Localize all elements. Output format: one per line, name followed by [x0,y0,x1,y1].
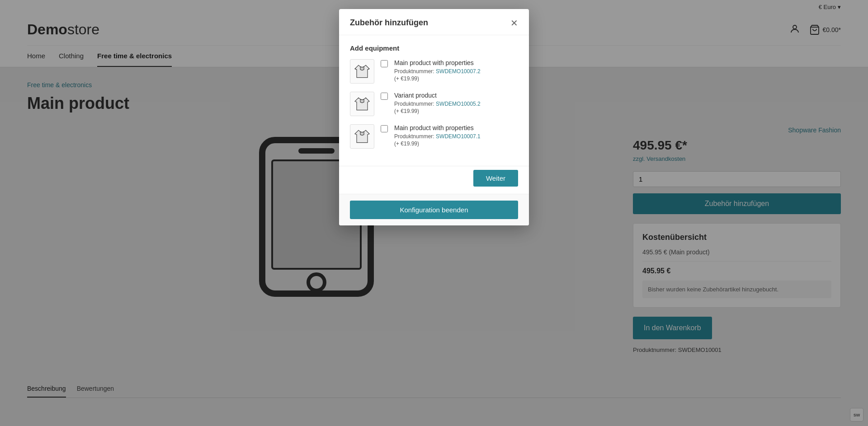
product-item-num-link-3[interactable]: SWDEMO10007.1 [436,133,481,140]
product-item-check-2[interactable] [381,92,388,102]
modal-product-item-1: Main product with properties Produktnumm… [350,59,518,84]
product-item-num-link-2[interactable]: SWDEMO10005.2 [436,101,481,107]
modal-overlay[interactable]: Zubehör hinzufügen ✕ Add equipment [0,0,868,426]
product-item-name-3: Main product with properties [394,124,518,131]
product-item-name-1: Main product with properties [394,59,518,66]
product-item-check-1[interactable] [381,59,388,69]
product-item-num-2: Produktnummer: SWDEMO10005.2 [394,101,518,107]
jacket-icon-1 [353,62,371,80]
modal-footer-top: Weiter [339,166,529,194]
modal-product-item-2: Variant product Produktnummer: SWDEMO100… [350,92,518,116]
modal: Zubehör hinzufügen ✕ Add equipment [339,9,529,225]
product-item-price-3: (+ €19.99) [394,140,518,147]
product-item-price-1: (+ €19.99) [394,75,518,82]
product-item-check-3[interactable] [381,124,388,134]
modal-title: Zubehör hinzufügen [350,18,428,28]
product-checkbox-2[interactable] [381,93,388,100]
modal-close-button[interactable]: ✕ [510,19,518,28]
product-item-info-2: Variant product Produktnummer: SWDEMO100… [394,92,518,114]
product-item-num-1: Produktnummer: SWDEMO10007.2 [394,68,518,75]
product-checkbox-3[interactable] [381,125,388,132]
modal-footer-bottom: Konfiguration beenden [339,194,529,225]
product-item-img-3 [350,124,374,149]
product-item-num-link-1[interactable]: SWDEMO10007.2 [436,68,481,75]
jacket-icon-3 [353,127,371,145]
product-item-info-1: Main product with properties Produktnumm… [394,59,518,82]
modal-body: Add equipment Main product with properti… [339,35,529,166]
weiter-button[interactable]: Weiter [473,170,518,187]
modal-product-item-3: Main product with properties Produktnumm… [350,124,518,149]
konfiguration-beenden-button[interactable]: Konfiguration beenden [350,201,518,219]
modal-header: Zubehör hinzufügen ✕ [339,9,529,35]
product-item-info-3: Main product with properties Produktnumm… [394,124,518,147]
product-item-img-1 [350,59,374,84]
product-checkbox-1[interactable] [381,60,388,67]
modal-section-title: Add equipment [350,44,518,52]
product-item-price-2: (+ €19.99) [394,108,518,114]
product-item-num-3: Produktnummer: SWDEMO10007.1 [394,133,518,140]
jacket-icon-2 [353,95,371,113]
product-item-img-2 [350,92,374,116]
product-item-name-2: Variant product [394,92,518,99]
